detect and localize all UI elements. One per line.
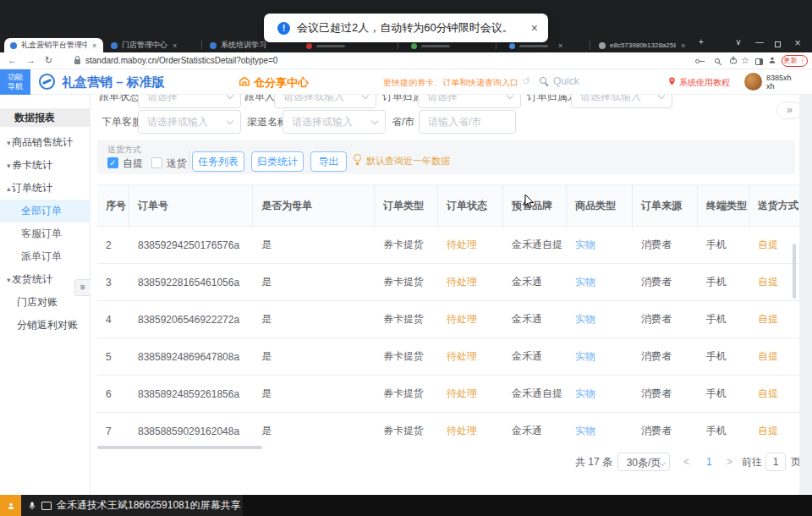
sidebar-item[interactable]: 分销返利对账 [0,314,91,337]
table-row: 283859294250176576a是券卡提货待处理金禾通自提实物消费者手机自… [97,227,799,264]
column-header: 订单状态 [438,185,503,226]
filter-select-order-agent[interactable]: 请选择或输入 [138,110,241,134]
sidebar-item[interactable]: 派单订单 [0,245,91,268]
cell-goods[interactable]: 实物 [567,338,633,375]
info-icon: ! [277,22,290,35]
checkbox-label[interactable]: 送货 [167,156,187,171]
tab-gift-admin[interactable]: 礼盒营销平台管理中心 × [4,38,103,52]
forward-icon[interactable]: → [26,55,36,65]
reload-icon[interactable]: ↻ [45,55,52,66]
prev-page-button[interactable]: < [683,453,689,471]
cell-brand: 金禾通 [503,338,567,375]
sidebar-item[interactable]: 客服订单 [0,222,91,245]
tab-store-admin[interactable]: 门店管理中心 × [105,38,200,52]
column-header: 商品类型 [567,185,633,226]
more-icon: ⋮ [799,57,806,64]
zoom-icon[interactable] [715,58,720,63]
filter-select-order-owner-party[interactable]: 请选择或输入 [571,95,672,108]
filter-input-province[interactable]: 请输入省/市 [419,110,516,134]
vertical-scrollbar[interactable] [793,244,796,299]
sidebar-item[interactable]: ▴订单统计 [0,177,91,200]
page-size-select[interactable]: 30条/页 [617,453,670,471]
next-page-button[interactable]: > [727,453,732,471]
key-icon[interactable] [695,59,700,63]
expand-filters-button[interactable]: » [776,102,799,119]
cell-order: 83859206546922272a [129,301,253,338]
sidebar-item[interactable]: 全部订单 [0,200,91,222]
new-tab-button[interactable]: + [694,37,709,47]
tutorial-link[interactable]: 系统使用教程 [679,77,730,89]
window-maximize-icon[interactable] [775,41,781,47]
update-button[interactable]: 更新 ⋮ [782,55,808,67]
filter-select-follower[interactable]: 请选择或输入 [274,95,376,108]
sidebar-item[interactable]: ▾券卡统计 [0,154,91,177]
sidebar-item-label: 门店对账 [17,296,58,308]
cell-status: 待处理 [438,301,503,338]
tab-title-sliver [316,45,345,47]
cell-type: 券卡提货 [375,227,438,263]
cell-source: 消费者 [633,264,698,300]
tab-hash[interactable]: e8c573980b1328a258fd2e6 × [593,38,691,52]
profile-icon[interactable] [768,56,776,66]
search-icon[interactable] [540,77,546,84]
cell-brand: 金禾通 [503,264,567,300]
cell-goods[interactable]: 实物 [567,227,633,263]
tab-close-icon[interactable]: × [173,41,177,50]
filter-select-channel[interactable]: 请选择或输入 [283,110,386,134]
cell-goods[interactable]: 实物 [567,413,633,446]
horizontal-scrollbar[interactable] [97,446,262,449]
star-icon[interactable]: ☆ [741,55,749,66]
export-button[interactable]: 导出 [310,151,347,172]
back-icon[interactable]: ← [8,55,17,65]
checkbox-self-pickup[interactable]: ✓ [107,157,118,168]
table-row: 783858859029162048a是券卡提货待处理金禾通实物消费者手机自提 [97,413,799,446]
tab-title-sliver [519,45,548,47]
tab-close-icon[interactable]: × [558,38,568,52]
sidebar-item[interactable]: ▾商品销售统计 [0,131,91,154]
globe-favicon-icon [599,42,606,49]
cell-order: 83858924859261856a [129,376,253,412]
tab-close-icon[interactable]: × [92,41,96,50]
cell-source: 消费者 [633,413,698,446]
screenshare-icon [41,502,52,510]
side-panel-icon[interactable] [755,58,763,65]
cell-goods[interactable]: 实物 [567,301,633,338]
checkbox-delivery[interactable] [151,157,162,168]
filter-select-order-owner[interactable]: 请选择 [418,95,521,108]
share-icon[interactable] [729,56,738,66]
share-center-link[interactable]: 仓分享中心 [254,75,309,91]
app-header: 功能 导航 礼盒营销 – 标准版 仓分享中心 更快捷的券卡、订单和快递查询入口 … [0,69,812,95]
cell-type: 券卡提货 [375,264,438,300]
bulb-icon [354,154,361,162]
tab-close-icon[interactable]: × [681,41,685,50]
pointer-icon: ☞ [520,73,535,88]
quick-search-link[interactable]: Quick [553,75,579,87]
brand-title: 礼盒营销 – 标准版 [62,74,165,91]
close-icon[interactable]: × [531,21,538,35]
column-header: 序号 [97,185,129,226]
window-close-icon[interactable]: × [790,37,805,49]
filter-select-follow-status[interactable]: 请选择 [138,95,241,108]
window-minimize-icon[interactable]: — [752,37,767,47]
tab-title-sliver [421,45,450,47]
cell-goods[interactable]: 实物 [567,264,633,300]
address-bar[interactable]: standard.maboy.cn/OrderStatisticsDetail?… [85,56,277,65]
task-list-button[interactable]: 任务列表 [192,151,244,172]
cell-terminal: 手机 [698,264,749,300]
nav-toggle-button[interactable]: 功能 导航 [0,69,30,95]
cell-type: 券卡提货 [375,301,438,338]
promo-text: 更快捷的券卡、订单和快递查询入口 [383,77,518,89]
cell-mother: 是 [253,413,375,446]
avatar[interactable] [744,73,762,91]
sidebar-collapse-handle[interactable]: ≡ [74,279,91,296]
current-page[interactable]: 1 [706,453,712,471]
window-menu-icon[interactable]: ∨ [731,37,746,47]
cell-goods[interactable]: 实物 [567,376,633,412]
filter-label: 跟单人 [244,95,275,108]
cell-order: 83859294250176576a [129,227,253,263]
checkbox-label[interactable]: 自提 [123,156,143,171]
sidebar-title: 数据报表 [0,108,91,127]
goto-page-input[interactable] [765,453,786,471]
classified-stats-button[interactable]: 归类统计 [251,151,304,172]
column-header: 订单号 [129,185,253,226]
